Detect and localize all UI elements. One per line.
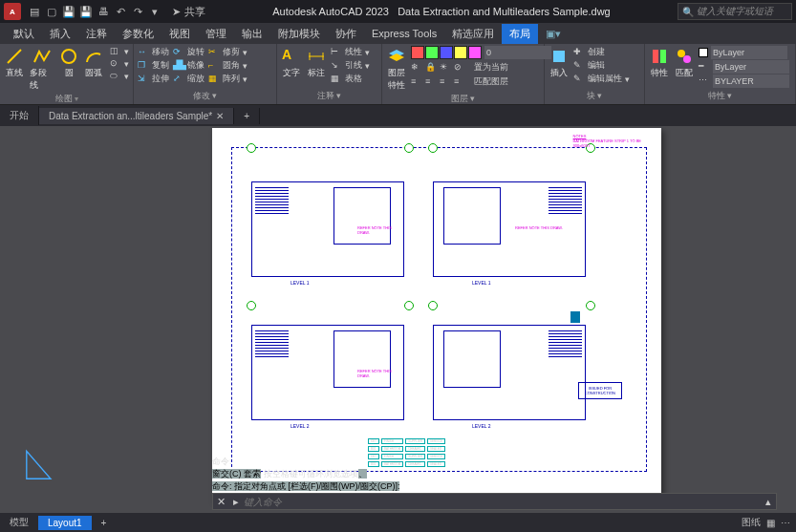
polyline-button[interactable]: 多段线 — [29, 46, 54, 93]
svg-rect-6 — [653, 50, 658, 63]
qat-redo-icon[interactable]: ↷ — [130, 4, 145, 19]
edit-attr-button[interactable]: ✎编辑属性▾ — [573, 73, 630, 85]
tab-insert[interactable]: 插入 — [42, 24, 78, 44]
qat-plot-icon[interactable]: 🖶 — [96, 4, 111, 19]
status-grid-icon[interactable]: ▦ — [766, 518, 775, 528]
color-dropdown[interactable]: ByLayer — [711, 46, 787, 59]
command-input[interactable] — [244, 497, 761, 507]
app-title: Autodesk AutoCAD 2023 Data Extraction an… — [205, 6, 678, 17]
copy-button[interactable]: ❐复制 — [138, 59, 169, 72]
viewport[interactable]: REFER NOTE THIS DRAW. LEVEL 1 REFER NOTE… — [231, 147, 647, 472]
leader-row[interactable]: ↘引线▾ — [331, 59, 370, 72]
table-row-btn[interactable]: ▦表格 — [331, 73, 370, 85]
layer-state-icons[interactable] — [411, 46, 482, 59]
start-tab[interactable]: 开始 — [0, 106, 39, 125]
qat-save-icon[interactable]: 💾 — [61, 4, 76, 19]
tab-output[interactable]: 输出 — [234, 24, 270, 44]
layer-dropdown[interactable]: 0 — [484, 46, 551, 59]
edit-block-button[interactable]: ✎编辑 — [573, 59, 630, 72]
layout-tabs: 模型 Layout1 + 图纸 ▦ ⋯ — [0, 513, 796, 532]
new-layout-button[interactable]: + — [92, 516, 117, 530]
paper-button[interactable]: 图纸 — [742, 516, 761, 529]
command-line[interactable]: ✕ ▸ ▴ — [212, 493, 777, 510]
drawing-tab[interactable]: Data Extraction an...ltileaders Sample*✕ — [39, 108, 234, 124]
qat-open-icon[interactable]: ▢ — [44, 4, 59, 19]
cmd-menu-icon[interactable]: ▴ — [761, 496, 776, 508]
qat-dropdown-icon[interactable]: ▾ — [147, 4, 162, 19]
svg-marker-10 — [27, 451, 51, 479]
svg-rect-7 — [660, 50, 666, 63]
tab-addins[interactable]: 附加模块 — [270, 24, 328, 44]
arc-button[interactable]: 圆弧 — [83, 46, 104, 80]
scale-button[interactable]: ⤢缩放 — [173, 73, 204, 85]
status-more-icon[interactable]: ⋯ — [781, 518, 790, 528]
tab-manage[interactable]: 管理 — [198, 24, 234, 44]
linetype-row[interactable]: ⊢线性▾ — [331, 46, 370, 58]
ltype-dropdown[interactable]: BYLAYER — [713, 74, 789, 88]
circle-button[interactable]: 圆 — [58, 46, 79, 80]
line-button[interactable]: 直线 — [4, 46, 25, 80]
trim-button[interactable]: ✂修剪▾ — [208, 46, 247, 58]
paper-space: REFER NOTE THIS DRAW. LEVEL 1 REFER NOTE… — [212, 128, 661, 500]
insert-block-button[interactable]: 插入 — [549, 46, 570, 80]
svg-point-9 — [683, 55, 691, 63]
close-cmd-icon[interactable]: ✕ — [213, 496, 228, 508]
tab-featured[interactable]: 精选应用 — [444, 24, 502, 44]
tab-layout[interactable]: 布局 — [502, 24, 538, 44]
close-tab-icon[interactable]: ✕ — [216, 111, 224, 121]
model-tab[interactable]: 模型 — [0, 514, 38, 531]
svg-point-8 — [678, 50, 685, 57]
draw-misc-3[interactable]: ⬭▾ — [110, 71, 129, 82]
title-bar: A ▤ ▢ 💾 💾 🖶 ↶ ↷ ▾ ➤ 共享 Autodesk AutoCAD … — [0, 0, 796, 23]
panel-props: 特性 匹配 ByLayer ━ByLayer ⋯BYLAYER 特性 ▾ — [645, 44, 796, 104]
tab-default[interactable]: 默认 — [6, 24, 42, 44]
qat-undo-icon[interactable]: ↶ — [113, 4, 128, 19]
match-layer-button[interactable]: ≡≡≡≡ 匹配图层 — [411, 75, 551, 88]
create-block-button[interactable]: ✚创建 — [573, 46, 630, 58]
cmd-prompt-icon: ▸ — [228, 496, 244, 508]
match-props-button[interactable]: 匹配 — [674, 46, 695, 80]
draw-misc-2[interactable]: ⊙▾ — [110, 58, 129, 70]
panel-modify: ↔移动 ❐复制 ⇲拉伸 ⟳旋转 ▟▙镜像 ⤢缩放 ✂修剪▾ ⌐圆角▾ ▦阵列▾ … — [134, 44, 277, 104]
tab-annotate[interactable]: 注释 — [78, 24, 115, 44]
array-button[interactable]: ▦阵列▾ — [208, 73, 247, 85]
move-button[interactable]: ↔移动 — [138, 46, 169, 58]
layout1-tab[interactable]: Layout1 — [38, 516, 92, 530]
search-icon: 🔍 — [682, 7, 694, 17]
quick-access-toolbar: ▤ ▢ 💾 💾 🖶 ↶ ↷ ▾ — [27, 4, 162, 19]
lweight-dropdown[interactable]: ByLayer — [713, 60, 789, 74]
search-input[interactable]: 🔍 键入关键字或短语 — [678, 3, 792, 20]
share-button[interactable]: ➤ 共享 — [172, 5, 205, 19]
tab-collab[interactable]: 协作 — [328, 24, 364, 44]
tab-extra-icon[interactable]: ▣▾ — [538, 25, 569, 43]
tab-express[interactable]: Express Tools — [364, 25, 444, 42]
share-label: 共享 — [184, 5, 205, 19]
rotate-button[interactable]: ⟳旋转 — [173, 46, 204, 58]
file-tabs: 开始 Data Extraction an...ltileaders Sampl… — [0, 105, 796, 126]
menu-bar: 默认 插入 注释 参数化 视图 管理 输出 附加模块 协作 Express To… — [0, 23, 796, 44]
props-button[interactable]: 特性 — [649, 46, 670, 80]
command-window: 命令: 窗交(C) 套索 按空格键可循环浏览选项、 命令: 指定对角点或 [栏选… — [212, 456, 777, 510]
drawing-area[interactable]: REFER NOTE THIS DRAW. LEVEL 1 REFER NOTE… — [0, 126, 796, 513]
tab-parametric[interactable]: 参数化 — [115, 24, 161, 44]
tab-view[interactable]: 视图 — [161, 24, 198, 44]
qat-new-icon[interactable]: ▤ — [27, 4, 42, 19]
ribbon: 直线 多段线 圆 圆弧 ◫▾ ⊙▾ ⬭▾ 绘图▾ ↔移动 ❐复制 ⇲拉伸 ⟳旋转… — [0, 44, 796, 105]
share-icon: ➤ — [172, 6, 181, 18]
draw-misc-1[interactable]: ◫▾ — [110, 46, 129, 57]
stretch-button[interactable]: ⇲拉伸 — [138, 73, 169, 85]
panel-block: 插入 ✚创建 ✎编辑 ✎编辑属性▾ 块 ▾ — [545, 44, 645, 104]
qat-saveas-icon[interactable]: 💾 — [78, 4, 94, 19]
new-tab-button[interactable]: + — [234, 108, 260, 124]
fillet-button[interactable]: ⌐圆角▾ — [208, 59, 247, 72]
dim-button[interactable]: 标注 — [306, 46, 327, 80]
svg-line-0 — [8, 50, 21, 63]
panel-draw: 直线 多段线 圆 圆弧 ◫▾ ⊙▾ ⬭▾ 绘图▾ — [0, 44, 134, 104]
layer-icons-row[interactable]: ❄🔒☀⊘ 置为当前 — [411, 61, 551, 74]
mirror-button[interactable]: ▟▙镜像 — [173, 59, 204, 72]
app-icon[interactable]: A — [4, 3, 21, 20]
text-button[interactable]: A文字 — [281, 46, 302, 80]
command-history: 命令: 窗交(C) 套索 按空格键可循环浏览选项、 命令: 指定对角点或 [栏选… — [212, 456, 777, 493]
issue-stamp: ISSUED FORCONSTRUCTION — [578, 382, 622, 399]
layer-props-button[interactable]: 图层 特性 — [386, 46, 407, 93]
